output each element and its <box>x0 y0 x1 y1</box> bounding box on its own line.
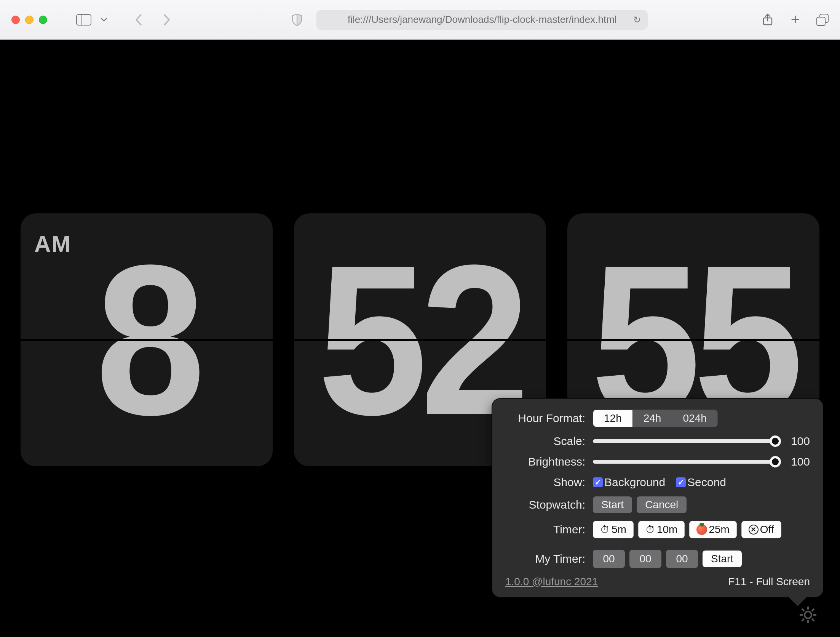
brightness-label: Brightness: <box>505 455 585 468</box>
hour-format-label: Hour Format: <box>505 412 585 425</box>
show-second-label: Second <box>687 476 726 489</box>
hour-format-024h[interactable]: 024h <box>672 410 717 427</box>
scale-value: 100 <box>787 435 810 448</box>
timer-label: Timer: <box>505 523 585 536</box>
ampm-label: AM <box>34 231 71 257</box>
minimize-window-button[interactable] <box>25 16 34 24</box>
zoom-window-button[interactable] <box>39 16 47 24</box>
hour-format-24h[interactable]: 24h <box>633 410 672 427</box>
settings-gear-button[interactable] <box>798 605 818 625</box>
flip-clock-page: AM 8 52 55 Hour Format: 12h 24h 024h Sca… <box>0 40 840 637</box>
show-label: Show: <box>505 476 585 489</box>
share-icon <box>761 13 774 26</box>
my-timer-minutes-input[interactable]: 00 <box>629 550 661 568</box>
share-button[interactable] <box>761 13 774 26</box>
stopwatch-label: Stopwatch: <box>505 498 585 511</box>
address-bar-text: file:///Users/janewang/Downloads/flip-cl… <box>348 14 617 26</box>
scale-label: Scale: <box>505 435 585 448</box>
tomato-icon <box>696 524 707 535</box>
my-timer-start-button[interactable]: Start <box>703 551 742 567</box>
timer-5m-label: 5m <box>612 523 626 536</box>
timer-icon: ⏱ <box>600 524 610 536</box>
hour-format-12h[interactable]: 12h <box>593 410 633 427</box>
my-timer-seconds-input[interactable]: 00 <box>666 550 698 568</box>
sidebar-icon <box>76 14 91 26</box>
chevron-down-icon <box>101 18 107 22</box>
timer-5m-button[interactable]: ⏱ 5m <box>593 521 634 538</box>
cancel-circle-icon: ✕ <box>749 525 759 535</box>
hour-format-segmented: 12h 24h 024h <box>593 410 718 427</box>
close-window-button[interactable] <box>11 16 20 24</box>
timer-10m-button[interactable]: ⏱ 10m <box>638 521 685 538</box>
reload-button[interactable]: ↻ <box>633 14 641 25</box>
window-controls <box>11 16 47 24</box>
forward-button[interactable] <box>163 13 171 26</box>
shield-icon <box>291 13 303 26</box>
address-bar[interactable]: file:///Users/janewang/Downloads/flip-cl… <box>316 10 648 30</box>
settings-panel: Hour Format: 12h 24h 024h Scale: 100 Bri… <box>492 399 823 597</box>
stopwatch-cancel-button[interactable]: Cancel <box>637 496 687 513</box>
stopwatch-start-button[interactable]: Start <box>593 496 632 513</box>
my-timer-label: My Timer: <box>505 552 585 565</box>
svg-point-2 <box>805 611 811 618</box>
browser-toolbar: file:///Users/janewang/Downloads/flip-cl… <box>0 0 840 40</box>
my-timer-hours-input[interactable]: 00 <box>593 550 625 568</box>
brightness-slider[interactable] <box>593 460 776 464</box>
scale-slider[interactable] <box>593 439 776 443</box>
plus-icon: + <box>791 11 800 28</box>
hour-card: AM 8 <box>21 213 273 466</box>
checkmark-icon: ✓ <box>676 477 686 487</box>
sidebar-menu-button[interactable] <box>101 18 107 22</box>
timer-icon: ⏱ <box>645 524 655 536</box>
privacy-shield-button[interactable] <box>291 13 310 26</box>
chevron-left-icon <box>134 13 142 26</box>
timer-25m-label: 25m <box>709 523 729 536</box>
scale-slider-thumb[interactable] <box>770 435 781 447</box>
chevron-right-icon <box>163 13 171 26</box>
new-tab-button[interactable]: + <box>791 11 800 28</box>
show-second-checkbox[interactable]: ✓ Second <box>676 476 726 489</box>
toggle-sidebar-button[interactable] <box>76 14 91 26</box>
gear-icon <box>798 605 818 625</box>
timer-10m-label: 10m <box>657 523 677 536</box>
timer-off-label: Off <box>760 523 774 536</box>
back-button[interactable] <box>134 13 142 26</box>
tab-overview-button[interactable] <box>816 14 829 26</box>
fullscreen-hint: F11 - Full Screen <box>728 576 810 588</box>
brightness-value: 100 <box>787 455 810 468</box>
tabs-icon <box>816 14 829 26</box>
show-background-checkbox[interactable]: ✓ Background <box>593 476 665 489</box>
timer-25m-button[interactable]: 25m <box>689 521 736 538</box>
hour-digit: 8 <box>95 233 198 447</box>
brightness-slider-thumb[interactable] <box>770 456 781 467</box>
version-link[interactable]: 1.0.0 @lufunc 2021 <box>505 576 598 588</box>
timer-off-button[interactable]: ✕ Off <box>741 521 781 538</box>
checkmark-icon: ✓ <box>593 477 603 487</box>
show-background-label: Background <box>604 476 665 489</box>
